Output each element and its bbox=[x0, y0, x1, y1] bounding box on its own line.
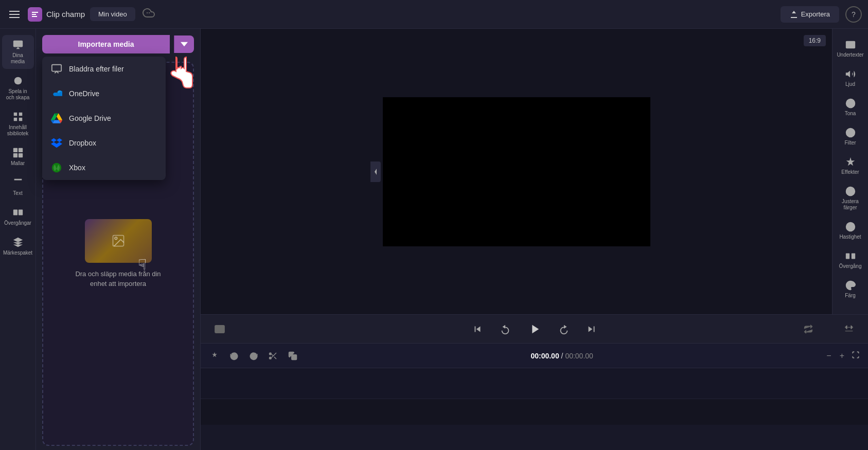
project-tab[interactable]: Min video bbox=[90, 7, 135, 21]
tool-adjust[interactable]: Justera färger bbox=[835, 182, 866, 215]
skip-to-start-button[interactable] bbox=[469, 320, 486, 338]
svg-rect-7 bbox=[19, 118, 22, 121]
undo-button[interactable] bbox=[226, 349, 242, 363]
svg-rect-13 bbox=[18, 210, 22, 215]
sidebar-item-brandkit[interactable]: Märkespaket bbox=[2, 232, 34, 260]
topbar: Clip champ Min video Exportera ? bbox=[0, 0, 868, 29]
dropdown-item-onedrive[interactable]: OneDrive bbox=[42, 81, 166, 106]
right-toolbar: Undertexter Ljud Tona Filter bbox=[832, 29, 868, 314]
svg-rect-5 bbox=[19, 113, 22, 116]
svg-point-32 bbox=[270, 357, 272, 359]
svg-rect-14 bbox=[52, 65, 61, 71]
sidebar-item-text[interactable]: Text bbox=[2, 173, 34, 201]
tool-color[interactable]: Färg bbox=[835, 276, 866, 303]
app-title: Clip champ bbox=[46, 10, 85, 19]
aspect-ratio-badge[interactable]: 16:9 bbox=[804, 35, 826, 46]
sidebar: Dina media Spela in och skapa Innehåll s… bbox=[0, 29, 36, 450]
monitor-icon bbox=[50, 63, 63, 75]
dropdown-item-gdrive[interactable]: Google Drive bbox=[42, 106, 166, 131]
onedrive-icon bbox=[50, 87, 63, 100]
sidebar-item-content[interactable]: Innehåll sbibliotek bbox=[2, 107, 34, 141]
cloud-sync-icon bbox=[143, 7, 155, 22]
svg-rect-33 bbox=[292, 354, 297, 359]
svg-rect-8 bbox=[13, 148, 17, 152]
main-layout: Dina media Spela in och skapa Innehåll s… bbox=[0, 29, 868, 450]
svg-rect-1 bbox=[13, 41, 22, 47]
timeline-toolbar: 00:00.00 / 00:00.00 − + bbox=[201, 343, 868, 368]
import-dropdown-menu: Bladdra efter filer OneDrive bbox=[42, 57, 166, 180]
dropbox-icon bbox=[50, 137, 63, 149]
total-time: 00:00.00 bbox=[565, 352, 593, 360]
sidebar-item-templates[interactable]: Mallar bbox=[2, 143, 34, 171]
hamburger-menu-button[interactable] bbox=[6, 8, 23, 21]
media-panel-header: Importera media bbox=[36, 29, 200, 58]
sidebar-item-media[interactable]: Dina media bbox=[2, 35, 34, 69]
tool-transition[interactable]: Övergång bbox=[835, 246, 866, 274]
center-right: 16:9 Undertexter Ljud Tona bbox=[201, 29, 868, 450]
import-media-button[interactable]: Importera media bbox=[42, 35, 170, 53]
sidebar-item-transitions[interactable]: Övergångar bbox=[2, 203, 34, 230]
timeline-section: 00:00.00 / 00:00.00 − + bbox=[201, 343, 868, 450]
zoom-controls: − + bbox=[823, 349, 862, 363]
tool-subtitles[interactable]: Undertexter bbox=[835, 35, 866, 62]
svg-rect-11 bbox=[18, 153, 22, 157]
zoom-out-button[interactable]: − bbox=[823, 350, 834, 362]
rewind-button[interactable] bbox=[497, 320, 514, 338]
export-button[interactable]: Exportera bbox=[781, 6, 839, 23]
playback-controls bbox=[201, 314, 868, 343]
fast-forward-button[interactable] bbox=[555, 320, 573, 338]
app-logo: Clip champ bbox=[28, 7, 85, 22]
dropdown-item-browse[interactable]: Bladdra efter filer bbox=[42, 57, 166, 81]
import-dropdown-button[interactable] bbox=[174, 35, 194, 53]
video-canvas bbox=[383, 97, 650, 246]
dropdown-item-dropbox[interactable]: Dropbox bbox=[42, 131, 166, 155]
loop-button[interactable] bbox=[800, 321, 817, 337]
timeline-track-area bbox=[201, 368, 868, 450]
sidebar-item-record[interactable]: Spela in och skapa bbox=[2, 71, 34, 105]
track-row-1 bbox=[201, 368, 868, 399]
svg-marker-20 bbox=[845, 71, 849, 78]
logo-icon bbox=[28, 7, 42, 22]
dropzone-text: Dra och släpp media från din enhet att i… bbox=[67, 269, 170, 289]
captions-toggle-button[interactable] bbox=[211, 320, 228, 338]
collapse-timeline-button[interactable] bbox=[840, 320, 858, 338]
timeline-tracks bbox=[201, 368, 868, 450]
tool-tone[interactable]: Tona bbox=[835, 94, 866, 121]
svg-rect-9 bbox=[18, 148, 22, 152]
cut-button[interactable] bbox=[265, 349, 281, 363]
current-time: 00:00.00 bbox=[530, 352, 559, 360]
skip-to-end-button[interactable] bbox=[583, 320, 600, 338]
timeline-time: 00:00.00 / 00:00.00 bbox=[530, 352, 593, 360]
timeline-auto-button[interactable] bbox=[207, 349, 222, 363]
redo-button[interactable] bbox=[246, 349, 261, 363]
media-panel: Importera media Bladdra efter filer bbox=[36, 29, 201, 450]
dropdown-item-xbox[interactable]: Xbox bbox=[42, 155, 166, 180]
play-button[interactable] bbox=[524, 319, 545, 339]
tool-filter[interactable]: Filter bbox=[835, 123, 866, 150]
svg-rect-4 bbox=[13, 113, 16, 116]
collapse-panel-button[interactable] bbox=[370, 161, 381, 182]
track-row-2 bbox=[201, 399, 868, 425]
drop-hand-icon: ☟ bbox=[138, 256, 147, 273]
svg-rect-17 bbox=[845, 41, 855, 49]
svg-rect-10 bbox=[13, 153, 17, 157]
xbox-icon bbox=[50, 161, 63, 174]
fit-zoom-button[interactable] bbox=[849, 349, 862, 363]
tool-audio[interactable]: Ljud bbox=[835, 64, 866, 92]
media-thumbnail: ☟ bbox=[85, 219, 152, 263]
svg-rect-12 bbox=[13, 210, 17, 215]
tool-speed[interactable]: Hastighet bbox=[835, 217, 866, 244]
zoom-in-button[interactable]: + bbox=[837, 350, 847, 362]
video-preview: 16:9 bbox=[201, 29, 832, 314]
gdrive-icon bbox=[50, 112, 63, 124]
topbar-right: Exportera ? bbox=[781, 6, 862, 23]
svg-rect-27 bbox=[851, 254, 855, 259]
video-area: 16:9 Undertexter Ljud Tona bbox=[201, 29, 868, 314]
svg-rect-26 bbox=[845, 254, 849, 259]
copy-button[interactable] bbox=[285, 349, 300, 363]
tool-effects[interactable]: Effekter bbox=[835, 152, 866, 179]
svg-point-3 bbox=[16, 79, 20, 82]
help-button[interactable]: ? bbox=[845, 6, 862, 23]
svg-point-31 bbox=[270, 353, 272, 355]
topbar-left: Clip champ Min video bbox=[6, 7, 155, 22]
